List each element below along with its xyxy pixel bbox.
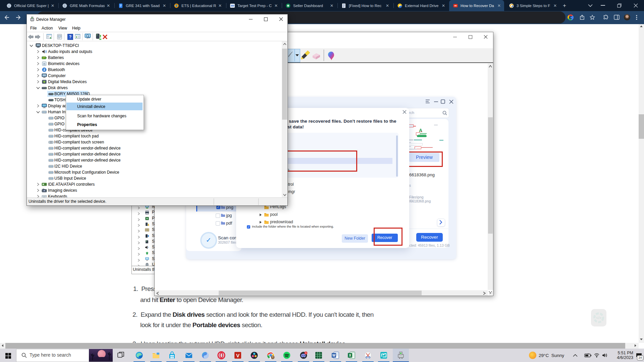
svg-text:HD: HD [454, 5, 457, 7]
svg-text:X: X [349, 354, 351, 357]
svg-text:ETS: ETS [175, 5, 178, 7]
svg-text:W: W [332, 354, 336, 357]
svg-text:V: V [236, 353, 239, 358]
svg-text:</>: </> [596, 316, 601, 320]
